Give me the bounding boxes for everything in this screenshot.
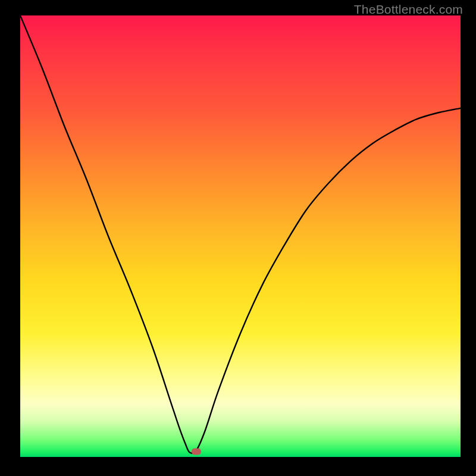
watermark-text: TheBottleneck.com [354, 2, 463, 17]
chart-frame: TheBottleneck.com [0, 0, 476, 476]
curve-path [20, 15, 461, 453]
bottleneck-curve [20, 15, 461, 457]
plot-area [20, 15, 461, 457]
min-marker [192, 449, 201, 455]
